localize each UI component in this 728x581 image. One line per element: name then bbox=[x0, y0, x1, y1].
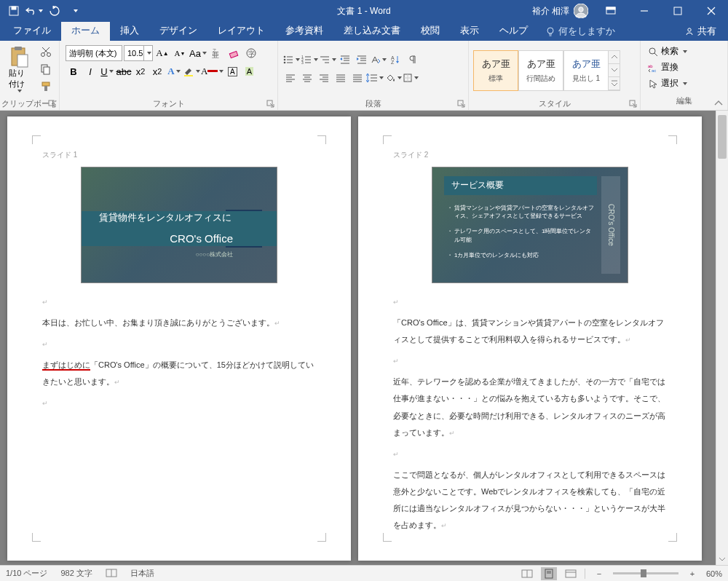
tab-mailings[interactable]: 差し込み文書 bbox=[333, 21, 411, 41]
bold-button[interactable]: B bbox=[66, 63, 82, 79]
find-button[interactable]: 検索 bbox=[645, 44, 723, 59]
highlighter-icon bbox=[183, 66, 194, 77]
enclose-char-button[interactable]: 字 bbox=[243, 45, 259, 61]
paste-icon bbox=[9, 46, 29, 68]
tab-home[interactable]: ホーム bbox=[61, 21, 110, 41]
collapse-ribbon-button[interactable] bbox=[712, 98, 725, 108]
style-heading1[interactable]: あア亜見出し 1 bbox=[563, 50, 609, 91]
styles-down[interactable] bbox=[609, 64, 620, 77]
share-button[interactable]: 共有 bbox=[673, 22, 728, 41]
select-button[interactable]: 選択 bbox=[645, 76, 723, 91]
tab-references[interactable]: 参考資料 bbox=[275, 21, 333, 41]
copy-button[interactable] bbox=[36, 61, 55, 77]
sort-button[interactable]: AZ bbox=[387, 52, 403, 68]
scroll-down[interactable] bbox=[716, 553, 728, 565]
language-indicator[interactable]: 日本語 bbox=[130, 568, 154, 580]
align-right-button[interactable] bbox=[316, 70, 332, 86]
tab-help[interactable]: ヘルプ bbox=[489, 21, 538, 41]
tell-me[interactable]: 何をしますか bbox=[538, 22, 622, 41]
redo-button[interactable] bbox=[45, 2, 64, 20]
paragraph-launcher[interactable] bbox=[457, 100, 466, 108]
clear-formatting-button[interactable] bbox=[226, 45, 242, 61]
document-scroll[interactable]: スライド 1 賃貸物件をレンタルオフィスにCRO's Office ○○○○株式… bbox=[0, 111, 716, 565]
cut-button[interactable] bbox=[36, 44, 55, 60]
styles-launcher[interactable] bbox=[629, 100, 638, 108]
font-launcher[interactable] bbox=[266, 100, 275, 108]
word-count[interactable]: 982 文字 bbox=[60, 568, 92, 580]
qat-customize[interactable] bbox=[66, 2, 84, 20]
show-marks-button[interactable] bbox=[404, 52, 420, 68]
style-normal[interactable]: あア亜標準 bbox=[473, 50, 518, 91]
svg-point-10 bbox=[547, 28, 553, 33]
shading-button[interactable] bbox=[384, 70, 402, 86]
increase-indent-button[interactable] bbox=[354, 52, 370, 68]
spellcheck-indicator[interactable] bbox=[106, 568, 117, 580]
minimize-button[interactable] bbox=[628, 0, 661, 22]
clipboard-launcher[interactable] bbox=[48, 100, 57, 108]
distribute-button[interactable] bbox=[349, 70, 365, 86]
zoom-out-button[interactable]: − bbox=[591, 567, 607, 580]
replace-button[interactable]: abac置換 bbox=[645, 60, 723, 75]
page-1[interactable]: スライド 1 賃貸物件をレンタルオフィスにCRO's Office ○○○○株式… bbox=[7, 116, 351, 561]
web-layout-button[interactable] bbox=[563, 567, 579, 580]
align-center-button[interactable] bbox=[299, 70, 315, 86]
underline-button[interactable]: U bbox=[99, 63, 115, 79]
font-color-button[interactable]: A bbox=[201, 63, 223, 79]
copy-icon bbox=[40, 63, 52, 75]
strikethrough-button[interactable]: abc bbox=[116, 63, 132, 79]
print-layout-button[interactable] bbox=[541, 567, 557, 580]
vertical-scrollbar[interactable] bbox=[716, 111, 728, 565]
tab-view[interactable]: 表示 bbox=[450, 21, 489, 41]
styles-gallery-scroll[interactable] bbox=[609, 50, 620, 91]
svg-text:ac: ac bbox=[652, 68, 656, 73]
styles-up[interactable] bbox=[609, 51, 620, 64]
ribbon-display-options[interactable] bbox=[594, 0, 628, 22]
subscript-button[interactable]: x2 bbox=[132, 63, 149, 79]
phonetic-guide-button[interactable]: ア亜 bbox=[208, 45, 224, 61]
justify-button[interactable] bbox=[333, 70, 349, 86]
tab-design[interactable]: デザイン bbox=[149, 21, 207, 41]
bullets-button[interactable] bbox=[282, 52, 300, 68]
read-mode-button[interactable] bbox=[519, 567, 535, 580]
style-no-spacing[interactable]: あア亜行間詰め bbox=[518, 50, 563, 91]
text-effects-button[interactable]: A bbox=[166, 63, 182, 79]
shrink-font-button[interactable]: A▼ bbox=[172, 45, 188, 61]
line-spacing-button[interactable] bbox=[366, 70, 384, 86]
svg-line-20 bbox=[42, 47, 48, 53]
zoom-level[interactable]: 60% bbox=[706, 569, 722, 578]
close-button[interactable] bbox=[695, 0, 728, 22]
format-painter-button[interactable] bbox=[36, 79, 55, 95]
tab-insert[interactable]: 挿入 bbox=[110, 21, 149, 41]
zoom-slider[interactable] bbox=[613, 572, 678, 574]
numbering-button[interactable]: 123 bbox=[301, 52, 318, 68]
superscript-button[interactable]: x2 bbox=[149, 63, 165, 79]
align-left-button[interactable] bbox=[282, 70, 298, 86]
tab-layout[interactable]: レイアウト bbox=[207, 21, 275, 41]
font-size-combo[interactable]: 10.5 bbox=[124, 45, 153, 61]
undo-button[interactable] bbox=[25, 2, 44, 20]
tab-file[interactable]: ファイル bbox=[3, 21, 61, 41]
scroll-thumb[interactable] bbox=[718, 115, 727, 159]
maximize-button[interactable] bbox=[661, 0, 695, 22]
borders-button[interactable] bbox=[403, 70, 419, 86]
highlight-button[interactable] bbox=[183, 63, 200, 79]
paste-button[interactable]: 貼り付け bbox=[4, 43, 33, 95]
font-name-combo[interactable]: 游明朝 (本文) bbox=[66, 45, 122, 61]
page-2[interactable]: スライド 2 サービス概要 CRO's Office 賃貸マンションや賃貸アパー… bbox=[358, 116, 702, 561]
save-button[interactable] bbox=[4, 2, 23, 20]
italic-button[interactable]: I bbox=[82, 63, 98, 79]
svg-point-17 bbox=[41, 52, 45, 56]
change-case-button[interactable]: Aa bbox=[189, 45, 207, 61]
char-border-button[interactable]: A bbox=[224, 63, 240, 79]
zoom-in-button[interactable]: + bbox=[684, 567, 700, 580]
tab-review[interactable]: 校閲 bbox=[411, 21, 450, 41]
page-indicator[interactable]: 1/10 ページ bbox=[6, 568, 47, 580]
styles-more[interactable] bbox=[609, 77, 620, 90]
char-shading-button[interactable]: A bbox=[241, 63, 257, 79]
grow-font-button[interactable]: A▲ bbox=[154, 45, 170, 61]
user-account[interactable]: 裕介 相澤 bbox=[526, 4, 594, 18]
multilevel-list-button[interactable] bbox=[319, 52, 336, 68]
decrease-indent-button[interactable] bbox=[337, 52, 353, 68]
asian-layout-button[interactable] bbox=[371, 52, 387, 68]
svg-point-13 bbox=[688, 28, 691, 31]
